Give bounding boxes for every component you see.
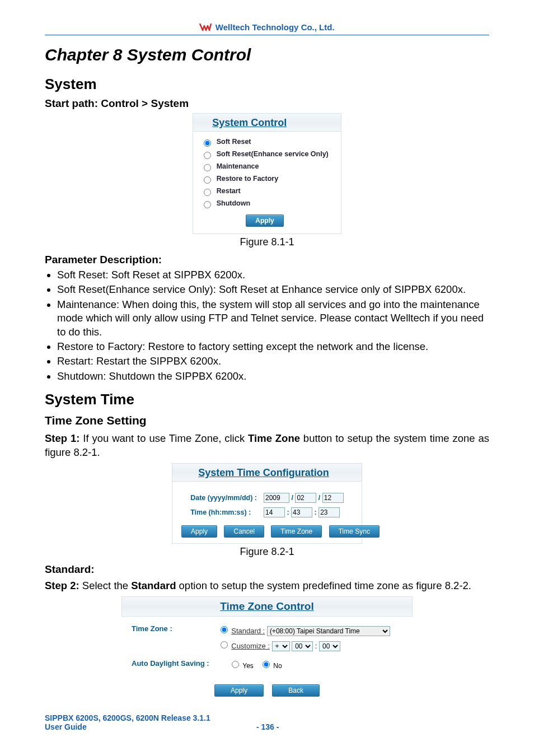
radio-restart[interactable] — [204, 189, 211, 196]
figure-caption-8-2-1: Figure 8.2-1 — [45, 546, 489, 558]
radio-soft-reset[interactable] — [204, 139, 211, 147]
parameter-description-title: Parameter Description: — [45, 254, 489, 266]
customize-hour-select[interactable]: 00 — [292, 641, 313, 651]
cancel-button[interactable]: Cancel — [224, 525, 264, 538]
date-year-input[interactable] — [264, 493, 289, 503]
list-item: Restart: Restart the SIPPBX 6200x. — [57, 354, 489, 368]
option-label: Restore to Factory — [217, 175, 278, 183]
brand-logo — [199, 22, 212, 34]
radio-dls-no[interactable] — [263, 661, 270, 668]
step2-text-a: Select the — [79, 580, 132, 591]
radio-shutdown[interactable] — [204, 201, 211, 208]
option-soft-reset[interactable]: Soft Reset — [199, 136, 331, 148]
time-second-input[interactable] — [318, 507, 340, 517]
option-restart[interactable]: Restart — [199, 185, 331, 198]
parameter-list: Soft Reset: Soft Reset at SIPPBX 6200x. … — [57, 268, 489, 383]
subsection-time-zone: Time Zone Setting — [45, 414, 489, 427]
step1-para: Step 1: If you want to use Time Zone, cl… — [45, 432, 489, 460]
footer-guide: User Guide — [45, 722, 246, 731]
start-path: Start path: Control > System — [45, 97, 489, 110]
dls-yes-label: Yes — [242, 662, 254, 670]
brand-text: Welltech Technology Co., Ltd. — [216, 22, 335, 32]
footer-page-number: - 136 - — [256, 722, 279, 731]
list-item: Maintenance: When doing this, the system… — [57, 298, 489, 339]
date-month-input[interactable] — [295, 493, 316, 503]
option-restore-factory[interactable]: Restore to Factory — [199, 173, 331, 185]
option-label: Maintenance — [217, 162, 259, 170]
step1-text-a: If you want to use Time Zone, click — [79, 432, 248, 444]
standard-link[interactable]: Standard : — [231, 627, 265, 635]
panel-title: Time Zone Control — [121, 596, 413, 617]
page-header: Welltech Technology Co., Ltd. — [45, 22, 489, 35]
option-label: Soft Reset — [217, 138, 251, 146]
list-item: Shutdown: Shutdown the SIPPBX 6200x. — [57, 370, 489, 383]
apply-button[interactable]: Apply — [214, 684, 264, 697]
time-zone-button[interactable]: Time Zone — [271, 525, 322, 538]
time-zone-control-panel: Time Zone Control Time Zone : Standard :… — [121, 596, 413, 703]
system-time-config-panel: System Time Configuration Date (yyyy/mm/… — [172, 463, 362, 544]
customize-sign-select[interactable]: + — [272, 641, 290, 651]
radio-restore-factory[interactable] — [204, 176, 211, 184]
back-button[interactable]: Back — [272, 684, 320, 697]
time-hour-input[interactable] — [264, 507, 285, 517]
step1-prefix: Step 1: — [45, 432, 79, 444]
radio-standard[interactable] — [221, 626, 228, 633]
date-day-input[interactable] — [322, 493, 344, 503]
customize-link[interactable]: Customize : — [231, 642, 270, 650]
auto-daylight-label: Auto Daylight Saving : — [132, 659, 227, 668]
panel-title: System Time Configuration — [172, 463, 362, 481]
footer-release: SIPPBX 6200S, 6200GS, 6200N Release 3.1.… — [45, 713, 246, 722]
time-label: Time (hh:mm:ss) : — [187, 505, 260, 520]
radio-soft-reset-enhance[interactable] — [204, 152, 211, 159]
time-minute-input[interactable] — [291, 507, 312, 517]
option-label: Shutdown — [217, 199, 250, 207]
time-sync-button[interactable]: Time Sync — [329, 525, 380, 538]
date-label: Date (yyyy/mm/dd) : — [187, 491, 260, 505]
radio-customize[interactable] — [221, 641, 228, 648]
radio-maintenance[interactable] — [204, 164, 211, 171]
list-item: Soft Reset(Enhance service Only): Soft R… — [57, 283, 489, 296]
step2-text-b: option to setup the system predefined ti… — [176, 580, 471, 591]
step2-prefix: Step 2: — [45, 580, 79, 591]
section-system: System — [45, 76, 489, 93]
panel-title: System Control — [193, 113, 341, 131]
list-item: Soft Reset: Soft Reset at SIPPBX 6200x. — [57, 268, 489, 282]
dls-no-label: No — [273, 662, 282, 670]
option-label: Soft Reset(Enhance service Only) — [217, 150, 329, 158]
standard-label: Standard: — [45, 563, 489, 576]
option-label: Restart — [217, 187, 241, 195]
system-control-panel: System Control Soft Reset Soft Reset(Enh… — [193, 113, 341, 234]
step2-para: Step 2: Select the Standard option to se… — [45, 579, 489, 593]
page-footer: SIPPBX 6200S, 6200GS, 6200N Release 3.1.… — [45, 713, 489, 731]
step2-bold: Standard — [131, 580, 176, 591]
standard-select[interactable]: (+08:00) Taipei Standard Time — [267, 626, 390, 636]
chapter-title: Chapter 8 System Control — [45, 45, 489, 64]
apply-button[interactable]: Apply — [246, 214, 283, 227]
option-shutdown[interactable]: Shutdown — [199, 198, 331, 210]
step1-bold: Time Zone — [248, 432, 300, 444]
list-item: Restore to Factory: Restore to factory s… — [57, 340, 489, 353]
section-system-time: System Time — [45, 391, 489, 408]
figure-caption-8-1-1: Figure 8.1-1 — [45, 236, 489, 248]
option-soft-reset-enhance[interactable]: Soft Reset(Enhance service Only) — [199, 148, 331, 161]
time-zone-label: Time Zone : — [132, 624, 216, 633]
radio-dls-yes[interactable] — [232, 661, 239, 668]
option-maintenance[interactable]: Maintenance — [199, 161, 331, 173]
customize-minute-select[interactable]: 00 — [319, 641, 340, 651]
apply-button[interactable]: Apply — [181, 525, 217, 538]
